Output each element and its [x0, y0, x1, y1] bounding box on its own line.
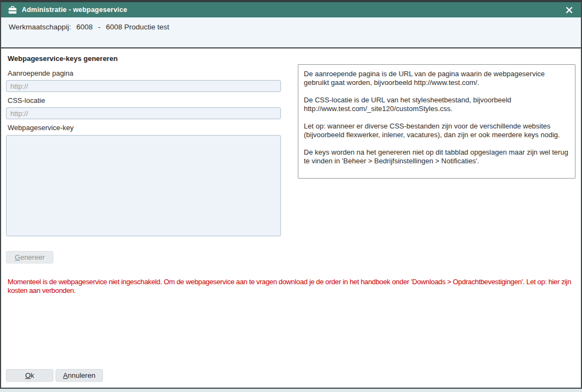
dialog-title: Administratie - webpageservice — [22, 6, 127, 14]
calling-page-input[interactable] — [6, 80, 281, 92]
company-separator: - — [98, 23, 101, 31]
dialog-body: Webpageservice-keys genereren Aanroepend… — [1, 48, 581, 388]
toolbox-icon — [8, 6, 17, 14]
company-code: 6008 — [76, 23, 93, 31]
info-paragraph: Let op: wanneer er diverse CSS-bestanden… — [304, 122, 569, 139]
info-paragraph: De CSS-locatie is de URL van het stylesh… — [304, 96, 569, 113]
info-paragraph: De aanroepende pagina is de URL van de p… — [304, 70, 569, 87]
dialog-window: Administratie - webpageservice Werkmaats… — [0, 0, 582, 389]
cancel-button[interactable]: Annuleren — [56, 369, 103, 382]
close-icon[interactable] — [563, 4, 574, 15]
calling-page-label: Aanroepende pagina — [8, 69, 73, 77]
css-location-label: CSS-locatie — [8, 96, 45, 105]
company-name: 6008 Productie test — [106, 23, 169, 31]
dialog-titlebar: Administratie - webpageservice — [1, 2, 581, 17]
ok-button[interactable]: Ok — [6, 369, 53, 382]
generate-button[interactable]: Genereer — [6, 251, 53, 264]
section-title: Webpageservice-keys genereren — [8, 54, 118, 63]
info-box: De aanroepende pagina is de URL van de p… — [298, 64, 575, 179]
company-strip: Werkmaatschappij: 6008 - 6008 Productie … — [1, 17, 581, 48]
warning-message: Momenteel is de webpageservice niet inge… — [8, 278, 574, 295]
webpageservice-key-textarea[interactable] — [6, 135, 281, 236]
webpageservice-key-label: Webpageservice-key — [8, 124, 73, 132]
company-label: Werkmaatschappij: — [9, 23, 71, 31]
info-paragraph: De keys worden na het genereren niet op … — [304, 148, 569, 166]
css-location-input[interactable] — [6, 107, 281, 119]
